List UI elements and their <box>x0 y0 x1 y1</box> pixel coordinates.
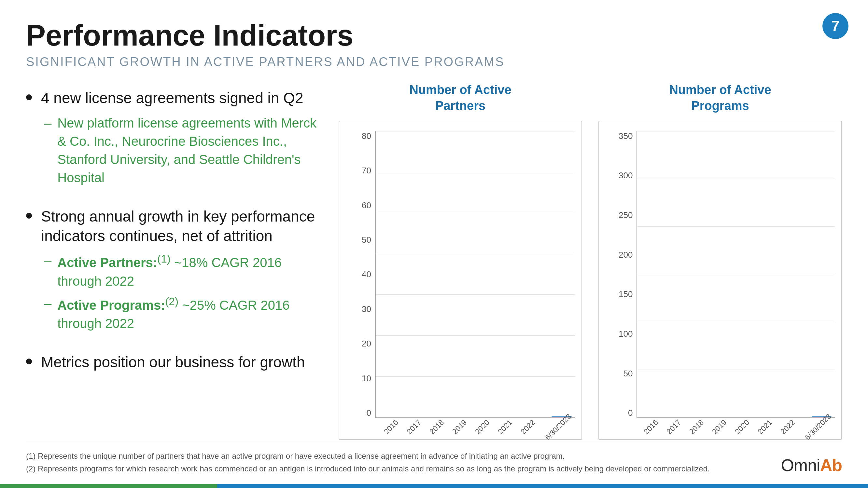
bullet-item-1: 4 new license agreements signed in Q2 – … <box>26 89 319 191</box>
sub-dash-2-1: – <box>44 252 52 270</box>
x-label-2021: 2021 <box>496 417 515 436</box>
page-title: Performance Indicators <box>26 20 842 52</box>
page-header: Performance Indicators SIGNIFICANT GROWT… <box>26 20 842 69</box>
content-area: 4 new license agreements signed in Q2 – … <box>26 82 842 440</box>
chart-programs-xlabels: 20162017201820192020202120226/30/2023 <box>619 418 835 433</box>
chart-partners-yaxis: 80 70 60 50 40 30 20 10 0 <box>359 131 375 418</box>
bottom-bar-green <box>0 484 217 488</box>
bottom-bar <box>0 484 868 488</box>
chart-partners-bars-area <box>375 131 575 418</box>
bullet-item-3: Metrics position our business for growth <box>26 353 319 372</box>
sub-bullets-1: – New platform license agreements with M… <box>44 114 319 187</box>
sub-bullet-2-1: – Active Partners:(1) ~18% CAGR 2016 thr… <box>44 252 319 290</box>
bullet-text-2: Strong annual growth in key performance … <box>41 207 319 246</box>
bullet-text-3: Metrics position our business for growth <box>41 353 305 372</box>
sub-text-2-2: Active Programs:(2) ~25% CAGR 2016 throu… <box>57 294 319 332</box>
chart-programs-inner: 350 300 250 200 150 100 50 0 <box>619 131 835 418</box>
sub-text-1-1: New platform license agreements with Mer… <box>57 114 319 187</box>
x-label-2018: 2018 <box>427 417 446 436</box>
sub-text-2-1: Active Partners:(1) ~18% CAGR 2016 throu… <box>57 252 319 290</box>
x-label-2020: 2020 <box>733 417 752 436</box>
sub-dash-2-2: – <box>44 294 52 312</box>
x-label-2018: 2018 <box>687 417 706 436</box>
sub-bullet-2-2: – Active Programs:(2) ~25% CAGR 2016 thr… <box>44 294 319 332</box>
highlight-programs: Active Programs: <box>57 298 165 312</box>
bullet-text-1: 4 new license agreements signed in Q2 <box>41 89 319 108</box>
logo: OmniAb <box>781 456 842 475</box>
highlight-partners: Active Partners: <box>57 256 157 270</box>
chart-programs-yaxis: 350 300 250 200 150 100 50 0 <box>619 131 637 418</box>
x-label-2019: 2019 <box>710 417 729 436</box>
footnote-2: (2) Represents programs for which resear… <box>26 463 710 475</box>
sub-bullets-2: – Active Partners:(1) ~18% CAGR 2016 thr… <box>44 252 319 332</box>
x-label-2016: 2016 <box>381 417 401 436</box>
bottom-bar-blue <box>217 484 868 488</box>
logo-ab: Ab <box>820 456 842 475</box>
logo-omni: Omni <box>781 456 820 475</box>
sub-dash: – <box>44 114 52 132</box>
bullet-item-2: Strong annual growth in key performance … <box>26 207 319 336</box>
x-label-2016: 2016 <box>641 417 661 436</box>
bullet-dot-1 <box>26 94 32 100</box>
page-subtitle: SIGNIFICANT GROWTH IN ACTIVE PARTNERS AN… <box>26 55 842 69</box>
sub-bullet-1-1: – New platform license agreements with M… <box>44 114 319 187</box>
chart-programs-title: Number of ActivePrograms <box>669 82 771 114</box>
footnotes: (1) Represents the unique number of part… <box>26 450 710 475</box>
x-label-2021: 2021 <box>755 417 775 436</box>
chart-programs-bars-area <box>637 131 835 418</box>
bullet-dot-2 <box>26 213 32 219</box>
right-panel: Number of ActivePartners 80 70 60 50 40 … <box>339 82 842 440</box>
logo-area: OmniAb <box>781 455 842 475</box>
chart-partners-bars-wrapper <box>375 131 575 418</box>
footnote-1: (1) Represents the unique number of part… <box>26 450 710 462</box>
page-badge: 7 <box>823 13 848 39</box>
left-panel: 4 new license agreements signed in Q2 – … <box>26 82 319 440</box>
chart-partners-gridlines <box>376 131 575 417</box>
chart-partners-box: 80 70 60 50 40 30 20 10 0 <box>339 121 582 440</box>
chart-programs-box: 350 300 250 200 150 100 50 0 <box>598 121 842 440</box>
chart-programs: Number of ActivePrograms 350 300 250 200… <box>598 82 842 440</box>
chart-partners: Number of ActivePartners 80 70 60 50 40 … <box>339 82 582 440</box>
x-label-2019: 2019 <box>450 417 469 436</box>
x-label-2017: 2017 <box>664 417 683 436</box>
page-footer: (1) Represents the unique number of part… <box>26 440 842 475</box>
chart-programs-bars-wrapper <box>637 131 835 418</box>
chart-partners-inner: 80 70 60 50 40 30 20 10 0 <box>359 131 575 418</box>
page: 7 Performance Indicators SIGNIFICANT GRO… <box>0 0 868 488</box>
x-label-2017: 2017 <box>404 417 424 436</box>
bullet-dot-3 <box>26 359 32 364</box>
x-label-2022: 2022 <box>778 417 797 436</box>
chart-programs-gridlines <box>637 131 835 417</box>
x-label-2022: 2022 <box>518 417 537 436</box>
x-label-2020: 2020 <box>473 417 492 436</box>
chart-partners-xlabels: 20162017201820192020202120226/30/2023 <box>359 418 575 433</box>
chart-partners-title: Number of ActivePartners <box>409 82 511 114</box>
